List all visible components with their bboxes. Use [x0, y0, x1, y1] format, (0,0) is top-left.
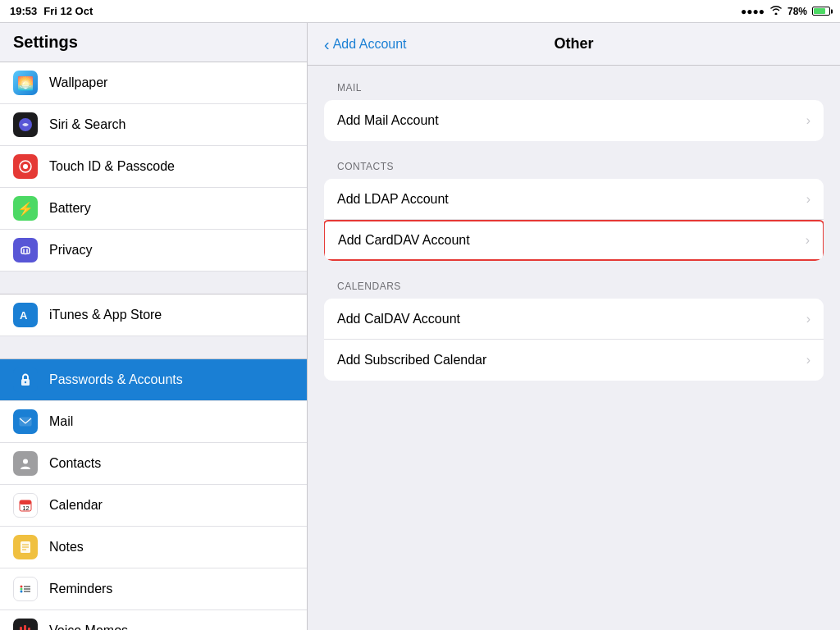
svg-text:A: A	[20, 309, 28, 322]
siri-icon	[13, 112, 38, 137]
wifi-icon	[769, 5, 783, 17]
svg-point-17	[21, 588, 23, 591]
sidebar-item-contacts[interactable]: Contacts	[0, 443, 307, 485]
calendar-icon: 12	[13, 493, 38, 518]
section-contacts: CONTACTS Add LDAP Account › Add CardDAV …	[324, 161, 824, 261]
svg-rect-6	[20, 418, 31, 426]
status-bar: 19:53 Fri 12 Oct ●●●● 78%	[0, 0, 840, 23]
sidebar-item-wallpaper[interactable]: 🌅 Wallpaper	[0, 62, 307, 104]
svg-point-15	[21, 586, 23, 588]
section-group-contacts: Add LDAP Account › Add CardDAV Account ›	[324, 179, 824, 261]
voicememos-icon	[13, 619, 38, 630]
svg-rect-21	[20, 627, 22, 630]
svg-text:12: 12	[23, 505, 30, 511]
sidebar-item-passwords[interactable]: Passwords & Accounts	[0, 359, 307, 401]
passwords-icon	[13, 368, 38, 392]
right-panel-title: Other	[554, 35, 593, 52]
svg-rect-22	[24, 625, 26, 630]
section-label-contacts: CONTACTS	[324, 161, 824, 172]
sidebar-separator-1	[0, 272, 307, 294]
signal-icon: ●●●●	[741, 6, 765, 17]
sidebar-item-battery[interactable]: ⚡ Battery	[0, 188, 307, 230]
right-content: MAIL Add Mail Account › CONTACTS Add LDA…	[308, 66, 840, 630]
chevron-icon: ›	[806, 353, 810, 368]
chevron-icon: ›	[806, 312, 810, 326]
status-date: Fri 12 Oct	[43, 5, 93, 17]
battery-percentage: 78%	[788, 6, 807, 17]
svg-rect-9	[20, 500, 31, 504]
touchid-icon	[13, 154, 38, 179]
right-panel: ‹ Add Account Other MAIL Add Mail Accoun…	[308, 23, 840, 630]
wallpaper-icon: 🌅	[13, 71, 38, 95]
main-layout: Settings 🌅 Wallpaper Siri & Search Touch…	[0, 23, 840, 630]
section-label-mail: MAIL	[324, 82, 824, 94]
section-mail: MAIL Add Mail Account ›	[324, 82, 824, 141]
privacy-icon	[13, 238, 38, 262]
sidebar-item-mail[interactable]: Mail	[0, 401, 307, 443]
appstore-icon: A	[13, 303, 38, 327]
list-row-add-mail[interactable]: Add Mail Account ›	[324, 100, 824, 141]
contacts-icon	[13, 451, 38, 476]
list-row-add-caldav[interactable]: Add CalDAV Account ›	[324, 299, 824, 340]
battery-sidebar-icon: ⚡	[13, 196, 38, 221]
sidebar-item-calendar[interactable]: 12 Calendar	[0, 485, 307, 527]
section-calendars: CALENDARS Add CalDAV Account › Add Subsc…	[324, 281, 824, 381]
section-group-mail: Add Mail Account ›	[324, 100, 824, 141]
sidebar-list: 🌅 Wallpaper Siri & Search Touch ID & Pas…	[0, 62, 307, 630]
chevron-icon: ›	[806, 113, 810, 128]
status-time: 19:53	[10, 5, 37, 17]
back-button[interactable]: ‹ Add Account	[324, 36, 407, 52]
sidebar-item-appstore[interactable]: A iTunes & App Store	[0, 294, 307, 336]
sidebar-item-reminders[interactable]: Reminders	[0, 568, 307, 610]
reminders-icon	[13, 577, 38, 601]
list-row-add-ldap[interactable]: Add LDAP Account ›	[324, 179, 824, 220]
sidebar-item-privacy[interactable]: Privacy	[0, 230, 307, 272]
sidebar: Settings 🌅 Wallpaper Siri & Search Touch…	[0, 23, 308, 630]
notes-icon	[13, 535, 38, 559]
battery-icon	[812, 7, 830, 16]
section-label-calendars: CALENDARS	[324, 281, 824, 292]
sidebar-separator-2	[0, 336, 307, 359]
chevron-icon: ›	[806, 192, 810, 207]
sidebar-item-siri[interactable]: Siri & Search	[0, 104, 307, 146]
sidebar-item-notes[interactable]: Notes	[0, 527, 307, 568]
mail-icon	[13, 409, 38, 434]
sidebar-item-touchid[interactable]: Touch ID & Passcode	[0, 146, 307, 188]
svg-point-5	[25, 381, 26, 383]
svg-point-2	[23, 164, 28, 169]
right-header: ‹ Add Account Other	[308, 23, 840, 66]
list-row-add-subscribed[interactable]: Add Subscribed Calendar ›	[324, 340, 824, 381]
svg-point-7	[23, 459, 28, 464]
back-chevron-icon: ‹	[324, 36, 330, 52]
svg-point-19	[21, 591, 23, 593]
back-label: Add Account	[333, 37, 407, 52]
sidebar-item-voicememos[interactable]: Voice Memos	[0, 610, 307, 630]
chevron-icon: ›	[806, 233, 810, 248]
section-group-calendars: Add CalDAV Account › Add Subscribed Cale…	[324, 299, 824, 381]
sidebar-title: Settings	[0, 23, 307, 62]
list-row-add-carddav[interactable]: Add CardDAV Account ›	[324, 220, 824, 261]
